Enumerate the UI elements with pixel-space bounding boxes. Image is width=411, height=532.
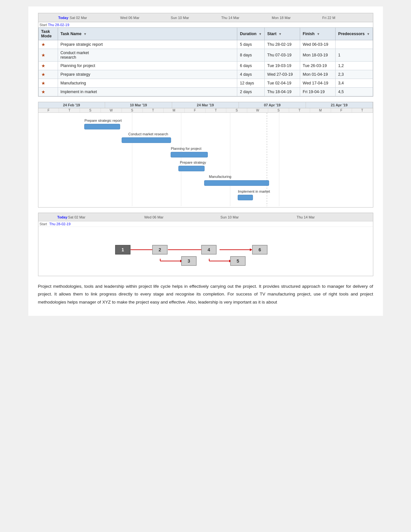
- network-timeline-header: Today Sat 02 Mar Wed 06 Mar Sun 10 Mar T…: [38, 213, 373, 221]
- cell-finish-3: Mon 01-04-19: [300, 70, 336, 79]
- table-row: ★ Prepare strategic report 5 days Thu 28…: [38, 40, 373, 49]
- net-start-label: Start: [40, 222, 47, 226]
- page-container: Today Sat 02 Mar Wed 06 Mar Sun 10 Mar T…: [28, 6, 383, 316]
- cell-mode-5: ★: [38, 88, 58, 96]
- cell-pred-4: 3,4: [336, 79, 373, 88]
- net-node-3-label: 3: [188, 258, 190, 264]
- gantt-bar-1: [122, 138, 171, 143]
- cell-pred-2: 1,2: [336, 62, 373, 70]
- gantt-bar-0: [84, 124, 120, 129]
- table-row: ★ Manufacturing 12 days Tue 02-04-19 Wed…: [38, 79, 373, 88]
- net-node-4-label: 4: [208, 247, 210, 252]
- tl-sat02: Sat 02 Mar: [69, 16, 120, 20]
- task-icon-0: ★: [41, 42, 45, 47]
- col-name-label: Task Name: [61, 32, 82, 36]
- tl-mon18: Mon 18 Mar: [272, 16, 322, 20]
- task-icon-5: ★: [41, 89, 45, 94]
- col-header-duration[interactable]: Duration ▼: [237, 28, 265, 40]
- day-cell-8: T: [206, 108, 227, 112]
- task-icon-1: ★: [41, 53, 45, 58]
- day-cell-0: F: [38, 108, 59, 112]
- cell-start-1: Thu 07-03-19: [265, 49, 300, 62]
- col-header-finish[interactable]: Finish ▼: [300, 28, 336, 40]
- cell-mode-4: ★: [38, 79, 58, 88]
- network-start-row: Start Thu 28-02-19: [38, 221, 373, 227]
- tl-thu14: Thu 14 Mar: [221, 16, 272, 20]
- gantt-label-2: Planning for project: [171, 147, 201, 150]
- cell-duration-1: 8 days: [237, 49, 265, 62]
- gantt-label-1: Conduct market research: [128, 132, 168, 136]
- day-cell-1: T: [59, 108, 80, 112]
- net-start-date: Thu 28-02-19: [49, 222, 71, 226]
- cell-duration-4: 12 days: [237, 79, 265, 88]
- cell-finish-2: Tue 26-03-19: [300, 62, 336, 70]
- day-cell-4: S: [122, 108, 143, 112]
- cell-name-0: Prepare strategic report: [58, 40, 237, 49]
- col-header-pred[interactable]: Predecessors ▼: [336, 28, 373, 40]
- start-date: Thu 28-02-19: [48, 23, 69, 27]
- day-cell-11: S: [268, 108, 289, 112]
- cell-finish-5: Fri 19-04-19: [300, 88, 336, 96]
- table-row: ★ Conduct marketresearch 8 days Thu 07-0…: [38, 49, 373, 62]
- net-tl-3: Sun 10 Mar: [220, 215, 297, 219]
- col-duration-label: Duration: [240, 32, 256, 36]
- gantt-chart-header: 24 Feb '19 10 Mar '19 24 Mar '19 07 Apr …: [38, 102, 373, 108]
- tl-sun10: Sun 10 Mar: [171, 16, 221, 20]
- table-row: ★ Planning for project 6 days Tue 19-03-…: [38, 62, 373, 70]
- net-node-2-label: 2: [159, 247, 161, 252]
- gantt-bar-4: [204, 180, 269, 186]
- sort-arrow-finish: ▼: [317, 32, 320, 36]
- cell-pred-1: 1: [336, 49, 373, 62]
- today-label: Today: [58, 16, 69, 20]
- cell-name-5: Implement in market: [58, 88, 237, 96]
- gantt-table: TaskMode Task Name ▼ Duration ▼ Start ▼: [38, 27, 373, 96]
- gantt-date-3: 07 Apr '19: [239, 102, 306, 108]
- day-cell-10: W: [247, 108, 268, 112]
- gantt-label-3: Prepare strategy: [180, 160, 206, 164]
- start-date-row: Start Thu 28-02-19: [38, 22, 373, 27]
- gantt-chart-section: 24 Feb '19 10 Mar '19 24 Mar '19 07 Apr …: [38, 102, 373, 208]
- sort-arrow-duration: ▼: [259, 32, 262, 36]
- net-node-5-label: 5: [237, 258, 239, 264]
- gantt-date-0: 24 Feb '19: [38, 102, 105, 108]
- col-header-name[interactable]: Task Name ▼: [58, 28, 237, 40]
- day-cell-6: M: [164, 108, 185, 112]
- cell-pred-3: 2,3: [336, 70, 373, 79]
- gantt-label-5: Implement in market: [238, 189, 270, 193]
- col-header-mode[interactable]: TaskMode: [38, 28, 58, 40]
- cell-name-2: Planning for project: [58, 62, 237, 70]
- col-finish-label: Finish: [303, 32, 315, 36]
- net-today-label: Today: [57, 215, 68, 219]
- cell-duration-5: 2 days: [237, 88, 265, 96]
- cell-finish-0: Wed 06-03-19: [300, 40, 336, 49]
- col-header-start[interactable]: Start ▼: [265, 28, 300, 40]
- cell-finish-1: Mon 18-03-19: [300, 49, 336, 62]
- gantt-table-wrapper: Today Sat 02 Mar Wed 06 Mar Sun 10 Mar T…: [38, 13, 373, 97]
- cell-start-2: Tue 19-03-19: [265, 62, 300, 70]
- day-cell-5: T: [143, 108, 164, 112]
- sort-arrow-name: ▼: [83, 32, 87, 36]
- gantt-bars-svg: Prepare strategic report Conduct market …: [38, 113, 373, 206]
- day-cell-15: T: [352, 108, 373, 112]
- sort-arrow-start: ▼: [279, 32, 282, 36]
- gantt-label-4: Manufacturing: [209, 175, 231, 179]
- task-icon-3: ★: [41, 72, 45, 77]
- cell-pred-0: [336, 40, 373, 49]
- cell-finish-4: Wed 17-04-19: [300, 79, 336, 88]
- gantt-date-1: 10 Mar '19: [105, 102, 172, 108]
- cell-name-3: Prepare strategy: [58, 70, 237, 79]
- task-icon-4: ★: [41, 81, 45, 86]
- day-cell-12: T: [289, 108, 310, 112]
- cell-start-5: Thu 18-04-19: [265, 88, 300, 96]
- start-label: Start: [40, 23, 47, 27]
- day-cell-13: M: [310, 108, 331, 112]
- day-cell-7: F: [185, 108, 206, 112]
- day-cell-14: F: [331, 108, 352, 112]
- arrowhead-4-6: [250, 248, 252, 251]
- gantt-label-0: Prepare strategic report: [84, 119, 122, 122]
- cell-start-0: Thu 28-02-19: [265, 40, 300, 49]
- gantt-dayrow: FTSWSTMFTSWSTMFT: [38, 108, 373, 113]
- day-cell-3: W: [101, 108, 122, 112]
- timeline-header: Today Sat 02 Mar Wed 06 Mar Sun 10 Mar T…: [38, 13, 373, 22]
- cell-mode-1: ★: [38, 49, 58, 62]
